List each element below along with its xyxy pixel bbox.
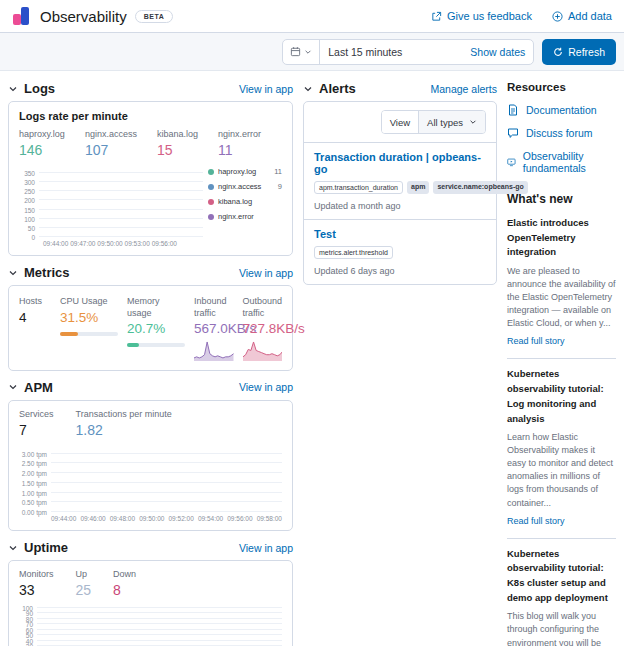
legend-item-nginx-access[interactable]: nginx.access 9: [208, 182, 282, 191]
app-header: Observability BETA Give us feedback Add …: [0, 0, 624, 33]
alert-title-link[interactable]: Transaction duration | opbeans-go: [314, 151, 486, 175]
uptime-stats: Monitors 33 Up 25 Down 8: [19, 569, 282, 598]
legend-item-kibana[interactable]: kibana.log: [208, 197, 282, 206]
uptime-view-in-app-link[interactable]: View in app: [239, 542, 293, 554]
discuss-icon: [507, 127, 519, 139]
metrics-stat-inbound: Inbound traffic 567.0KB/s: [194, 296, 234, 362]
alerts-collapse-chevron-icon[interactable]: [303, 84, 313, 94]
chevron-down-icon: [469, 118, 477, 126]
x-tick-label: 09:47:00: [70, 240, 95, 247]
legend-dot-icon: [208, 184, 214, 190]
legend-item-nginx-error[interactable]: nginx.error: [208, 212, 282, 221]
legend-label: nginx.access: [218, 182, 261, 191]
y-tick-label: 1.50 tpm: [22, 479, 47, 486]
beta-badge: BETA: [135, 10, 174, 23]
manage-alerts-link[interactable]: Manage alerts: [430, 83, 497, 95]
add-data-link[interactable]: Add data: [552, 10, 612, 22]
divider: [304, 219, 496, 220]
y-tick-label: 2.00 tpm: [22, 470, 47, 477]
apm-stats: Services 7 Transactions per minute 1.82: [19, 409, 282, 438]
refresh-icon: [553, 47, 563, 57]
alert-badges: apm.transaction_duration apm service.nam…: [314, 181, 486, 194]
outbound-traffic-sparkline: [243, 338, 283, 362]
stat-value: 11: [218, 142, 261, 158]
stat-label: nginx.error: [218, 129, 261, 140]
x-tick-label: 09:53:00: [125, 240, 150, 247]
apm-view-in-app-link[interactable]: View in app: [239, 381, 293, 393]
alerts-type-filter[interactable]: View All types: [381, 110, 486, 134]
metrics-collapse-chevron-icon[interactable]: [8, 268, 18, 278]
refresh-button[interactable]: Refresh: [542, 39, 616, 65]
stat-value: 727.8KB/s: [243, 321, 283, 336]
x-tick-label: 09:44:00: [43, 240, 68, 247]
read-full-story-link[interactable]: Read full story: [507, 336, 565, 346]
external-link-icon: [431, 11, 442, 22]
alert-type-select[interactable]: All types: [419, 111, 485, 133]
chart-row: 0.00 tpm0.50 tpm1.00 tpm1.50 tpm2.00 tpm…: [19, 444, 282, 512]
news-article: Kubernetes observability tutorial: Log m…: [507, 359, 616, 538]
x-tick-label: 09:56:00: [152, 240, 177, 247]
metrics-stat-outbound: Outbound traffic 727.8KB/s: [243, 296, 283, 362]
metrics-section-header: Metrics View in app: [8, 265, 293, 280]
y-tick-label: 0.00 tpm: [22, 509, 47, 516]
stat-value: 4: [19, 310, 51, 325]
stat-value: 567.0KB/s: [194, 321, 234, 336]
bars: [51, 444, 282, 512]
alert-updated: Updated a month ago: [314, 201, 486, 211]
metrics-view-in-app-link[interactable]: View in app: [239, 267, 293, 279]
plot-area: [51, 444, 282, 512]
x-tick-label: 09:46:00: [80, 515, 105, 522]
logs-chart-legend: haproxy.log 11 nginx.access 9 kibana.log: [203, 167, 282, 247]
metrics-stat-memory: Memory usage 20.7%: [127, 296, 185, 362]
show-dates-link[interactable]: Show dates: [462, 46, 533, 58]
stat-value: 146: [19, 142, 65, 158]
uptime-card: Monitors 33 Up 25 Down 8 010203040506070…: [8, 560, 293, 646]
discuss-forum-link[interactable]: Discuss forum: [507, 127, 616, 139]
logs-collapse-chevron-icon[interactable]: [8, 84, 18, 94]
apm-card: Services 7 Transactions per minute 1.82 …: [8, 400, 293, 531]
article-title: Kubernetes observability tutorial: Log m…: [507, 367, 616, 426]
alerts-section-header: Alerts Manage alerts: [303, 81, 497, 96]
y-tick-label: 50: [28, 225, 35, 232]
page-title: Observability: [40, 8, 127, 25]
time-range-value[interactable]: Last 15 minutes: [320, 46, 462, 58]
article-title: Kubernetes observability tutorial: K8s c…: [507, 547, 616, 606]
logs-card: Logs rate per minute haproxy.log 146 ngi…: [8, 101, 293, 256]
uptime-chart: 010203040506070809010009:44:0009:46:0009…: [19, 604, 282, 646]
documentation-link[interactable]: Documentation: [507, 104, 616, 116]
alert-badges: metrics.alert.threshold: [314, 246, 486, 259]
read-full-story-link[interactable]: Read full story: [507, 516, 565, 526]
logs-view-in-app-link[interactable]: View in app: [239, 83, 293, 95]
chart-row: 0102030405060708090100: [19, 604, 282, 646]
stat-label: CPU Usage: [60, 296, 118, 307]
header-links: Give us feedback Add data: [431, 10, 612, 22]
alert-updated: Updated 6 days ago: [314, 266, 486, 276]
apm-collapse-chevron-icon[interactable]: [8, 382, 18, 392]
uptime-collapse-chevron-icon[interactable]: [8, 543, 18, 553]
alerts-card: View All types Transaction duration | op…: [303, 101, 497, 285]
observability-fundamentals-link[interactable]: Observability fundamentals: [507, 150, 616, 174]
documentation-label: Documentation: [526, 104, 597, 116]
alert-title-link[interactable]: Test: [314, 228, 486, 240]
y-tick-label: 0.50 tpm: [22, 499, 47, 506]
y-axis: 0.00 tpm0.50 tpm1.00 tpm1.50 tpm2.00 tpm…: [19, 444, 51, 512]
y-axis: 0102030405060708090100: [19, 604, 37, 646]
plot-area: [39, 165, 203, 237]
uptime-stat-up: Up 25: [76, 569, 92, 598]
metrics-card: Hosts 4 CPU Usage 31.5% Memory usage 20.…: [8, 285, 293, 371]
uptime-stat-monitors: Monitors 33: [19, 569, 54, 598]
x-axis: 09:44:0009:46:0009:48:0009:50:0009:52:00…: [51, 515, 282, 522]
logs-stats: haproxy.log 146 nginx.access 107 kibana.…: [19, 129, 282, 158]
news-article: Elastic introduces OpenTelemetry integra…: [507, 208, 616, 359]
stat-value: 8: [113, 582, 136, 598]
divider: [304, 142, 496, 143]
quick-select-menu[interactable]: [283, 40, 320, 64]
give-feedback-link[interactable]: Give us feedback: [431, 10, 532, 22]
document-icon: [507, 104, 519, 116]
stat-label: Up: [76, 569, 92, 580]
x-tick-label: 09:50:00: [139, 515, 164, 522]
legend-item-haproxy[interactable]: haproxy.log 11: [208, 167, 282, 176]
view-filter-label: View: [382, 111, 419, 133]
stat-label: Memory usage: [127, 296, 185, 319]
stat-label: Down: [113, 569, 136, 580]
